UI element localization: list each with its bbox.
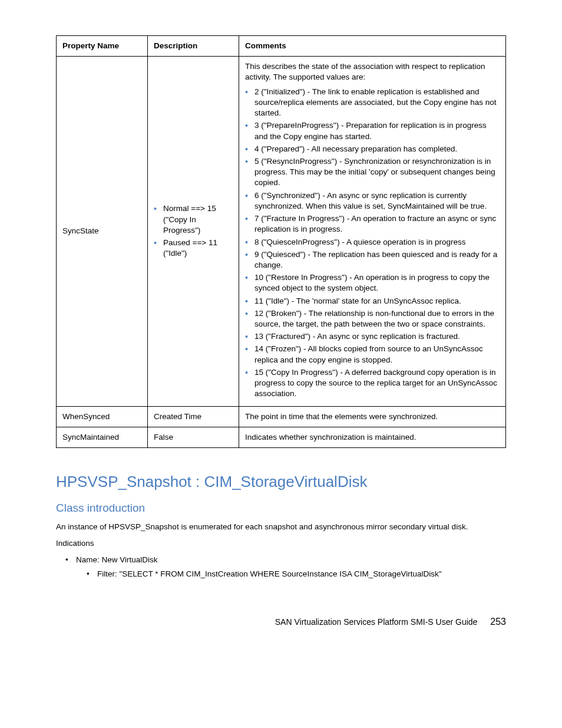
comment-item: 8 ("QuiesceInProgress") - A quiesce oper… bbox=[245, 237, 500, 248]
cell-property: SyncMaintained bbox=[57, 427, 148, 447]
cell-property: WhenSynced bbox=[57, 406, 148, 427]
indication-filter: Filter: "SELECT * FROM CIM_InstCreation … bbox=[87, 569, 506, 579]
desc-item: Paused ==> 11 ("Idle") bbox=[154, 238, 233, 259]
property-table: Property Name Description Comments SyncS… bbox=[56, 35, 506, 448]
footer-page-number: 253 bbox=[490, 617, 506, 627]
table-row: SyncMaintained False Indicates whether s… bbox=[57, 427, 506, 447]
comment-item: 5 ("ResyncInProgress") - Synchronization… bbox=[245, 156, 500, 189]
cell-comments: Indicates whether synchronization is mai… bbox=[239, 427, 506, 447]
comment-item: 14 ("Frozen") - All blocks copied from s… bbox=[245, 344, 500, 365]
section-subtitle: Class introduction bbox=[56, 500, 506, 516]
cell-description: Created Time bbox=[148, 406, 239, 427]
cell-comments: The point in time that the elements were… bbox=[239, 406, 506, 427]
section-title: HPSVSP_Snapshot : CIM_StorageVirtualDisk bbox=[56, 472, 506, 492]
page-footer: SAN Virtualization Services Platform SMI… bbox=[56, 615, 506, 628]
intro-paragraph: An instance of HPSVSP_Snapshot is enumer… bbox=[56, 522, 506, 532]
comment-item: 10 ("Restore In Progress") - An operatio… bbox=[245, 272, 500, 294]
comment-item: 6 ("Synchronized") - An async or sync re… bbox=[245, 190, 500, 212]
indications-label: Indications bbox=[56, 538, 506, 549]
comment-item: 12 ("Broken") - The relationship is non-… bbox=[245, 308, 500, 330]
comment-item: 4 ("Prepared") - All necessary preparati… bbox=[245, 144, 500, 154]
table-row: SyncState Normal ==> 15 ("Copy In Progre… bbox=[57, 57, 506, 406]
comment-item: 15 ("Copy In Progress") - A deferred bac… bbox=[245, 367, 500, 400]
cell-description: Normal ==> 15 ("Copy In Progress") Pause… bbox=[148, 57, 239, 406]
indication-name: Name: New VirtualDisk Filter: "SELECT * … bbox=[65, 555, 506, 579]
cell-comments: This describes the state of the associat… bbox=[239, 57, 506, 406]
indication-name-text: Name: New VirtualDisk bbox=[76, 555, 158, 564]
comment-item: 3 ("PrepareInProgress") - Preparation fo… bbox=[245, 120, 500, 141]
table-row: WhenSynced Created Time The point in tim… bbox=[57, 406, 506, 427]
col-property-name: Property Name bbox=[57, 36, 148, 57]
comment-item: 11 ("Idle") - The 'normal' state for an … bbox=[245, 296, 500, 307]
footer-title: SAN Virtualization Services Platform SMI… bbox=[275, 617, 478, 627]
cell-property: SyncState bbox=[57, 57, 148, 406]
comments-intro: This describes the state of the associat… bbox=[245, 61, 500, 83]
col-comments: Comments bbox=[239, 36, 506, 57]
comment-item: 9 ("Quiesced") - The replication has bee… bbox=[245, 249, 500, 271]
comment-item: 2 ("Initialized") - The link to enable r… bbox=[245, 87, 500, 119]
comment-item: 13 ("Fractured") - An async or sync repl… bbox=[245, 331, 500, 342]
cell-description: False bbox=[148, 427, 239, 447]
desc-item: Normal ==> 15 ("Copy In Progress") bbox=[154, 203, 233, 236]
col-description: Description bbox=[148, 36, 239, 57]
comment-item: 7 ("Fracture In Progress") - An operatio… bbox=[245, 213, 500, 235]
